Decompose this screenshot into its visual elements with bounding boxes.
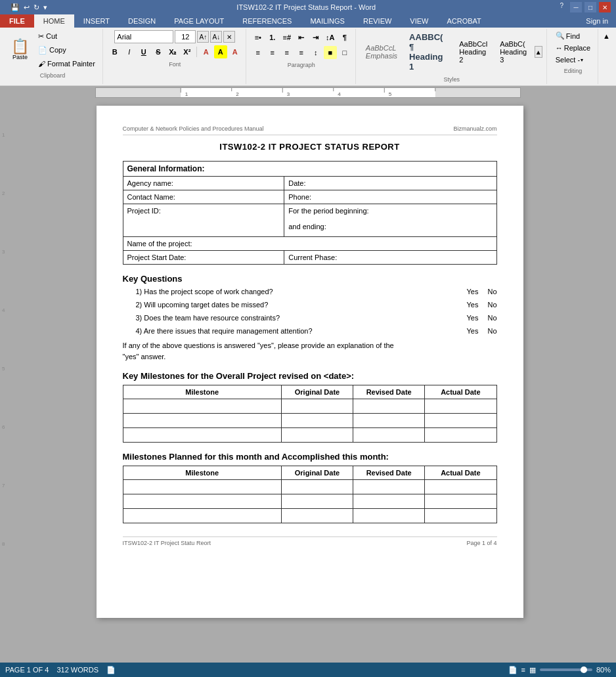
cut-button[interactable]: ✂ Cut (35, 30, 99, 43)
find-button[interactable]: 🔍 Find (552, 30, 594, 41)
milestones-month-title: Milestones Planned for this month and Ac… (123, 452, 497, 462)
question-2-yes: Yes (466, 301, 478, 309)
tab-review[interactable]: REVIEW (354, 14, 401, 28)
close-button[interactable]: ✕ (599, 2, 611, 12)
tab-page-layout[interactable]: PAGE LAYOUT (165, 14, 233, 28)
shading-button[interactable]: ■ (324, 46, 337, 59)
general-info-table: General Information: Agency name: Date: … (123, 161, 497, 265)
ruler: 1 2 3 4 5 (95, 87, 521, 98)
subscript-button[interactable]: X₂ (166, 45, 179, 58)
bullets-button[interactable]: ≡• (252, 31, 265, 44)
sort-button[interactable]: ↕A (324, 31, 337, 44)
align-right-button[interactable]: ≡ (280, 46, 294, 59)
tab-file[interactable]: FILE (0, 14, 34, 28)
style-emphasis[interactable]: AaBbCcL Emphasis (361, 42, 402, 62)
superscript-button[interactable]: X² (181, 45, 194, 58)
paragraph-label: Paragraph (288, 62, 315, 68)
window-title: ITSW102-2 IT Project Status Report - Wor… (53, 3, 560, 11)
font-grow-button[interactable]: A↑ (197, 31, 209, 43)
tab-insert[interactable]: INSERT (74, 14, 119, 28)
borders-button[interactable]: □ (338, 46, 351, 59)
milestones-month-table: Milestone Original Date Revised Date Act… (123, 466, 497, 523)
justify-button[interactable]: ≡ (295, 46, 308, 59)
paste-icon: 📋 (11, 39, 29, 54)
current-phase-label: Current Phase: (284, 251, 496, 265)
font-shrink-button[interactable]: A↓ (210, 31, 222, 43)
table-row: Name of the project: (123, 237, 496, 251)
show-hide-button[interactable]: ¶ (338, 31, 351, 44)
text-color-button[interactable]: A (200, 45, 213, 58)
numbering-button[interactable]: 1. (266, 31, 279, 44)
clipboard-content: 📋 Paste ✂ Cut 📄 Copy 🖌 Format Painter (7, 30, 99, 70)
multilevel-list-button[interactable]: ≡# (280, 31, 294, 44)
margin-markers: 1 2 3 4 5 6 7 8 (2, 132, 5, 547)
increase-indent-button[interactable]: ⇥ (309, 31, 322, 44)
revised-date-header: Revised Date (353, 385, 425, 399)
copy-button[interactable]: 📄 Copy (35, 44, 99, 56)
tab-acrobat[interactable]: ACROBAT (437, 14, 490, 28)
align-center-button[interactable]: ≡ (266, 46, 279, 59)
question-3: 3) Does the team have resource constrain… (136, 314, 497, 322)
highlight-button[interactable]: A (214, 45, 227, 58)
undo-button[interactable]: ↩ (22, 3, 31, 12)
underline-button[interactable]: U (137, 45, 150, 58)
header-left: Computer & Network Policies and Procedur… (123, 125, 264, 132)
footer-left: ITSW102-2 IT Project Statu Reort (123, 540, 211, 546)
question-3-no: No (487, 314, 496, 322)
font-size-input[interactable] (175, 30, 196, 43)
svg-rect-1 (181, 87, 435, 98)
help-icon[interactable]: ? (560, 2, 563, 12)
ruler-inner: 1 2 3 4 5 (96, 88, 520, 97)
page[interactable]: Computer & Network Policies and Procedur… (97, 106, 523, 618)
milestone-col-header: Milestone (123, 385, 281, 399)
key-questions: 1) Has the project scope of work changed… (123, 288, 497, 335)
align-left-button[interactable]: ≡ (252, 46, 265, 59)
line-spacing-button[interactable]: ↕ (309, 46, 322, 59)
tab-home[interactable]: HOME (34, 14, 74, 28)
format-painter-button[interactable]: 🖌 Format Painter (35, 58, 99, 70)
bold-button[interactable]: B (108, 45, 121, 58)
project-name-label: Name of the project: (123, 237, 496, 251)
question-1-no: No (487, 288, 496, 295)
font-group: A↑ A↓ ✕ B I U S X₂ X² A A A Font (104, 29, 246, 84)
contact-name-label: Contact Name: (123, 190, 284, 204)
table-row (123, 480, 496, 494)
svg-text:1: 1 (185, 91, 188, 97)
italic-button[interactable]: I (123, 45, 136, 58)
strikethrough-button[interactable]: S (152, 45, 165, 58)
redo-button[interactable]: ↻ (32, 3, 41, 12)
font-name-input[interactable] (114, 30, 173, 43)
styles-group: AaBbCcL Emphasis AABBC( ¶ Heading 1 AaBb… (357, 29, 547, 84)
style-heading3[interactable]: AaBbC( Heading 3 (495, 38, 532, 66)
footer-right: Page 1 of 4 (466, 540, 496, 546)
select-dropdown[interactable]: Select - ▾ (552, 55, 594, 65)
tab-mailings[interactable]: MAILINGS (301, 14, 354, 28)
minimize-button[interactable]: ─ (570, 2, 582, 12)
paste-button[interactable]: 📋 Paste (7, 37, 33, 62)
styles-scroll-up[interactable]: ▲ (535, 46, 542, 58)
save-button[interactable]: 💾 (9, 3, 21, 12)
style-heading2[interactable]: AaBbCcI Heading 2 (454, 38, 493, 66)
decrease-indent-button[interactable]: ⇤ (295, 31, 308, 44)
svg-text:3: 3 (287, 91, 290, 97)
paste-label: Paste (12, 54, 28, 60)
question-4: 4) Are there issues that require managem… (136, 327, 497, 335)
format-row: B I U S X₂ X² A A A (108, 45, 242, 58)
maximize-button[interactable]: □ (584, 2, 596, 12)
style-heading1[interactable]: AABBC( ¶ Heading 1 (405, 30, 452, 74)
ribbon-collapse-button[interactable]: ▲ (600, 30, 613, 42)
tab-design[interactable]: DESIGN (119, 14, 165, 28)
milestone-col-header-2: Milestone (123, 466, 281, 480)
tab-references[interactable]: REFERENCES (233, 14, 301, 28)
replace-button[interactable]: ↔ Replace (552, 43, 594, 53)
quick-access-more-button[interactable]: ▾ (42, 3, 49, 12)
clear-format-button[interactable]: ✕ (223, 31, 235, 43)
question-3-yes: Yes (466, 314, 478, 322)
font-color-button[interactable]: A (229, 45, 242, 58)
question-3-yesno: Yes No (466, 314, 496, 322)
styles-label: Styles (444, 76, 460, 83)
sign-in-link[interactable]: Sign in (578, 14, 616, 28)
quick-access-toolbar: 💾 ↩ ↻ ▾ (5, 0, 53, 14)
phone-label: Phone: (284, 190, 496, 204)
tab-view[interactable]: VIEW (401, 14, 437, 28)
